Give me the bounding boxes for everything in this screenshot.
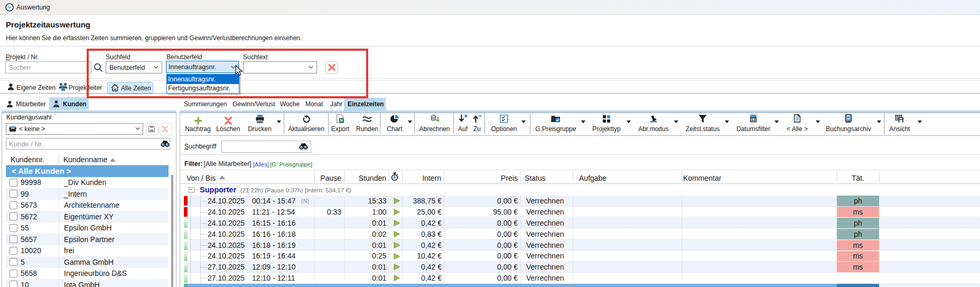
svg-text:12: 12	[751, 117, 755, 122]
svg-text:#: #	[796, 116, 799, 122]
